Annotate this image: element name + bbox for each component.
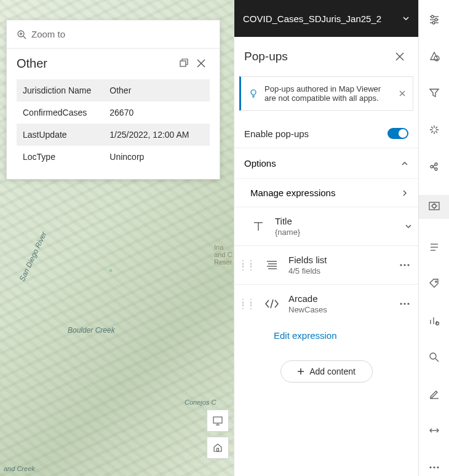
zoom-icon xyxy=(17,30,26,39)
svg-point-43 xyxy=(435,168,437,170)
arcade-card-more-button[interactable] xyxy=(397,300,412,307)
rail-cluster[interactable] xyxy=(419,158,450,175)
rail-effects[interactable] xyxy=(419,121,450,138)
table-row: LocTypeUnincorp xyxy=(17,146,210,168)
notice-close-button[interactable] xyxy=(399,90,405,97)
svg-point-29 xyxy=(403,303,405,304)
rail-search[interactable] xyxy=(419,349,450,366)
svg-point-62 xyxy=(437,467,439,469)
more-icon xyxy=(400,264,410,266)
title-card-sub: {name} xyxy=(275,228,399,237)
title-icon xyxy=(252,220,265,233)
notice-text: Pop-ups authored in Map Viewer are not c… xyxy=(264,84,393,103)
svg-line-1 xyxy=(23,36,26,39)
rail-properties[interactable] xyxy=(419,11,450,28)
svg-point-26 xyxy=(407,264,409,266)
svg-point-61 xyxy=(433,467,435,469)
rail-extent[interactable] xyxy=(419,422,450,440)
popup-title: Other xyxy=(17,57,175,71)
chart-icon xyxy=(429,315,440,326)
popups-panel: COVID_Cases_SDJuris_Jan25_2 Pop-ups Pop-… xyxy=(234,0,418,476)
lines-icon xyxy=(429,242,440,253)
fields-icon xyxy=(265,258,279,272)
svg-point-38 xyxy=(432,22,435,24)
close-icon xyxy=(399,90,405,97)
rail-labels[interactable] xyxy=(419,275,450,292)
rail-fields[interactable] xyxy=(419,239,450,256)
enable-popups-label: Enable pop-ups xyxy=(244,129,309,139)
tools-rail xyxy=(418,0,449,476)
fields-card-label: Fields list xyxy=(288,255,391,265)
rail-symbology[interactable] xyxy=(419,48,450,65)
dock-button[interactable] xyxy=(175,55,193,72)
table-row: Jurisdiction NameOther xyxy=(17,79,210,101)
svg-point-41 xyxy=(431,165,433,168)
plus-icon xyxy=(297,368,304,375)
popup-gear-icon xyxy=(428,200,440,213)
panel-title: Pop-ups xyxy=(244,50,391,63)
rail-more[interactable] xyxy=(419,459,450,476)
title-card-label: Title xyxy=(275,216,399,226)
drag-handle-icon[interactable]: ⋮⋮⋮⋮ xyxy=(239,300,255,307)
title-card[interactable]: Title {name} xyxy=(234,207,418,245)
svg-point-24 xyxy=(400,264,402,266)
lightbulb-icon xyxy=(248,89,258,98)
svg-point-28 xyxy=(400,303,402,304)
rail-filter[interactable] xyxy=(419,85,450,102)
map-label-river: San Diego River xyxy=(18,230,49,282)
fields-card-more-button[interactable] xyxy=(397,261,412,269)
panel-close-button[interactable] xyxy=(391,48,408,65)
options-label: Options xyxy=(244,158,276,169)
arcade-card-sub: NewCases xyxy=(288,305,391,314)
sparkle-icon xyxy=(429,124,440,135)
zoom-to-button[interactable]: Zoom to xyxy=(7,20,220,49)
layer-title: COVID_Cases_SDJuris_Jan25_2 xyxy=(243,14,402,24)
svg-rect-4 xyxy=(180,61,186,66)
more-icon xyxy=(400,303,410,305)
popup-close-button[interactable] xyxy=(193,55,210,72)
fields-list-card[interactable]: ⋮⋮⋮⋮ Fields list 4/5 fields xyxy=(234,245,418,284)
svg-line-57 xyxy=(435,359,439,362)
drag-handle-icon[interactable]: ⋮⋮⋮⋮ xyxy=(239,261,255,269)
svg-point-60 xyxy=(429,467,431,469)
svg-rect-10 xyxy=(217,448,219,451)
map-label-res: Ina and C Reser xyxy=(214,244,232,266)
enable-popups-toggle[interactable] xyxy=(387,128,408,139)
chevron-down-icon xyxy=(405,223,412,230)
options-header[interactable]: Options xyxy=(234,148,418,178)
svg-point-25 xyxy=(403,264,405,266)
svg-rect-7 xyxy=(213,417,222,423)
svg-point-36 xyxy=(435,18,437,21)
code-icon xyxy=(264,297,280,311)
enable-popups-row: Enable pop-ups xyxy=(234,119,418,148)
manage-expressions-button[interactable]: Manage expressions xyxy=(234,178,418,207)
fields-card-sub: 4/5 fields xyxy=(288,266,391,276)
rail-edit[interactable] xyxy=(419,386,450,403)
close-icon xyxy=(197,59,205,68)
svg-point-56 xyxy=(430,353,436,359)
arcade-card-label: Arcade xyxy=(288,293,391,304)
arcade-card[interactable]: ⋮⋮⋮⋮ Arcade NewCases xyxy=(234,284,418,323)
rail-popups[interactable] xyxy=(419,195,450,219)
svg-point-30 xyxy=(407,303,409,304)
svg-point-55 xyxy=(435,322,439,325)
table-row: LastUpdate1/25/2022, 12:00 AM xyxy=(17,124,210,146)
home-button[interactable] xyxy=(207,437,229,459)
edit-expression-link[interactable]: Edit expression xyxy=(234,323,418,351)
svg-point-13 xyxy=(251,90,256,95)
close-icon xyxy=(395,52,404,61)
svg-point-34 xyxy=(431,15,434,18)
sliders-icon xyxy=(429,14,440,25)
table-row: ConfirmedCases26670 xyxy=(17,101,210,124)
rail-charts[interactable] xyxy=(419,312,450,329)
manage-expressions-label: Manage expressions xyxy=(250,188,335,198)
layer-dropdown[interactable]: COVID_Cases_SDJuris_Jan25_2 xyxy=(234,0,418,37)
add-content-button[interactable]: Add content xyxy=(280,360,373,383)
filter-icon xyxy=(429,87,440,98)
svg-point-47 xyxy=(432,204,436,208)
chevron-up-icon xyxy=(401,160,408,167)
svg-point-51 xyxy=(435,281,436,282)
search-icon xyxy=(429,352,440,363)
compatibility-notice: Pop-ups authored in Map Viewer are not c… xyxy=(239,76,413,111)
basemap-button[interactable] xyxy=(207,410,229,432)
